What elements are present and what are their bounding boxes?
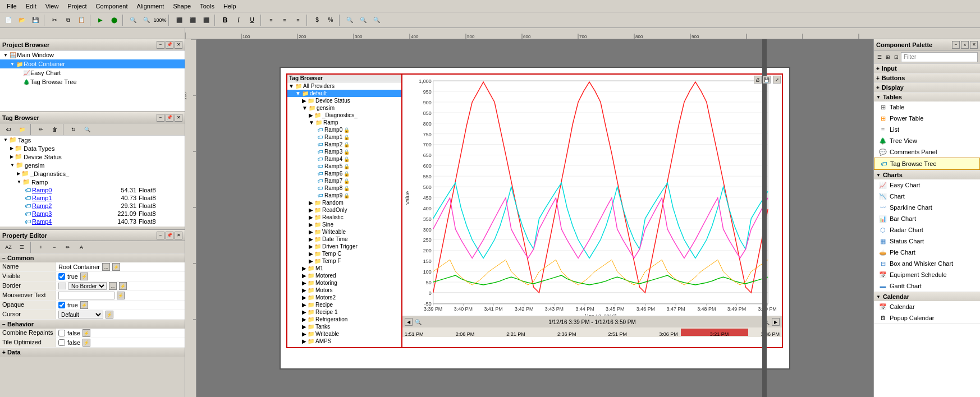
palette-item-pie-chart[interactable]: 🥧 Pie Chart — [874, 247, 980, 258]
palette-restore-btn[interactable]: − — [952, 41, 960, 49]
tbc-all-providers[interactable]: ▼ 📁 All Providers — [287, 82, 403, 90]
toolbar-text-left[interactable]: ≡ — [265, 14, 277, 26]
tbc-motored[interactable]: ▶ 📁 Motored — [287, 272, 403, 279]
pe-restore-btn[interactable]: − — [157, 232, 164, 239]
pe-close-btn[interactable]: ✕ — [175, 232, 182, 239]
tbc-ramp0[interactable]: 🏷Ramp0🔒 — [287, 126, 403, 133]
prop-border-select[interactable]: No Border — [68, 282, 107, 290]
pb-close-btn[interactable]: ✕ — [175, 41, 182, 49]
tag-row-ramp4[interactable]: 🏷 Ramp4 140.73 Float8 — [0, 218, 185, 225]
pe-font[interactable]: A — [75, 241, 88, 253]
palette-item-gantt-chart[interactable]: ▬ Gantt Chart — [874, 280, 980, 292]
chart-print-btn[interactable]: 🖨 — [754, 76, 762, 84]
tbc-gensim[interactable]: ▼ 📁 gensim — [287, 104, 403, 112]
tag-row-ramp2[interactable]: 🏷 Ramp2 29.31 Float8 — [0, 202, 185, 210]
toolbar-copy[interactable]: ⧉ — [62, 14, 74, 26]
tbc-motors2[interactable]: ▶ 📁 Motors2 — [287, 294, 403, 301]
tag-row-datatypes[interactable]: 📁 Data Types — [0, 144, 185, 153]
prop-combinerepaints-checkbox[interactable] — [58, 330, 65, 336]
chart-component[interactable]: ⤢ 🖨 💾 — [401, 73, 783, 348]
tbc-recipe1[interactable]: ▶ 📁 Recipe 1 — [287, 308, 403, 316]
tag-row-gensim[interactable]: 📁 gensim — [0, 161, 185, 169]
canvas-main[interactable]: Tag Browser ▼ 📁 All Providers ▼ 📁 defaul… — [196, 39, 873, 397]
chart-save-btn[interactable]: 💾 — [763, 76, 771, 84]
palette-item-box-whisker[interactable]: ⊟ Box and Whisker Chart — [874, 258, 980, 269]
tree-item-main-window[interactable]: 🪟 Main Window — [0, 50, 185, 59]
tbc-readonly[interactable]: ▶ 📁 ReadOnly — [287, 206, 403, 214]
tbc-refrigeration[interactable]: ▶ 📁 Refrigeration — [287, 316, 403, 323]
tb-restore-btn[interactable]: − — [157, 114, 164, 122]
palette-item-tree-view[interactable]: 🌲 Tree View — [874, 135, 980, 146]
tb-pin-btn[interactable]: 📌 — [166, 114, 173, 122]
pe-sort-name[interactable]: AZ — [2, 241, 15, 253]
pe-add[interactable]: + — [35, 241, 47, 253]
tag-browse-component[interactable]: Tag Browser ▼ 📁 All Providers ▼ 📁 defaul… — [286, 73, 404, 348]
palette-cat-buttons-header[interactable]: Buttons — [874, 73, 980, 82]
pe-edit[interactable]: ✏ — [62, 241, 74, 253]
chart-maximize-icon[interactable]: ⤢ — [773, 76, 781, 84]
tag-row-ramp1[interactable]: 🏷 Ramp1 40.73 Float8 — [0, 194, 185, 202]
menu-view[interactable]: View — [41, 2, 63, 11]
palette-item-popup-calendar[interactable]: 🗓 Popup Calendar — [874, 312, 980, 324]
palette-item-status-chart[interactable]: ▦ Status Chart — [874, 236, 980, 247]
toolbar-run[interactable]: ▶ — [94, 14, 107, 26]
palette-cat-tables-header[interactable]: Tables — [874, 93, 980, 101]
expand-main-window[interactable] — [2, 52, 9, 58]
toolbar-zoom-fit[interactable]: 100% — [154, 14, 166, 26]
tbc-ramp8[interactable]: 🏷Ramp8🔒 — [287, 184, 403, 192]
toolbar-text-right[interactable]: ≡ — [292, 14, 304, 26]
palette-item-radar-chart[interactable]: ⬡ Radar Chart — [874, 224, 980, 236]
prop-cursor-binding[interactable]: ⚡ — [106, 311, 113, 318]
tag-row-ramp0[interactable]: 🏷 Ramp0 54.31 Float8 — [0, 186, 185, 194]
tbc-driventrigger[interactable]: ▶ 📁 Driven Trigger — [287, 243, 403, 250]
palette-item-comments-panel[interactable]: 💬 Comments Panel — [874, 146, 980, 158]
toolbar-paste[interactable]: 📋 — [75, 14, 88, 26]
toolbar-save[interactable]: 💾 — [29, 14, 42, 26]
palette-item-sparkline-chart[interactable]: 〰 Sparkline Chart — [874, 202, 980, 213]
toolbar-align-right[interactable]: ⬛ — [200, 14, 212, 26]
prop-name-binding[interactable]: ⚡ — [112, 263, 120, 271]
prop-combinerepaints-binding[interactable]: ⚡ — [83, 329, 90, 337]
toolbar-dollar[interactable]: $ — [311, 14, 323, 26]
prop-opaque-binding[interactable]: ⚡ — [80, 301, 88, 309]
tbc-ramp2[interactable]: 🏷Ramp2🔒 — [287, 141, 403, 148]
palette-search-input[interactable] — [901, 52, 978, 62]
tbc-diagnostics[interactable]: ▶ 📁 _Diagnostics_ — [287, 112, 403, 119]
prop-tileoptimized-binding[interactable]: ⚡ — [83, 339, 90, 347]
palette-item-power-table[interactable]: ⊞ Power Table — [874, 113, 980, 124]
palette-item-calendar[interactable]: 📅 Calendar — [874, 301, 980, 312]
tbc-tempf[interactable]: ▶ 📁 Temp F — [287, 257, 403, 265]
menu-alignment[interactable]: Alignment — [132, 2, 168, 11]
tbc-motors[interactable]: ▶ 📁 Motors — [287, 287, 403, 294]
prop-tileoptimized-checkbox[interactable] — [58, 339, 65, 346]
tbc-tanks[interactable]: ▶ 📁 Tanks — [287, 323, 403, 330]
tbc-ramp9[interactable]: 🏷Ramp9🔒 — [287, 192, 403, 199]
palette-cat-display-header[interactable]: Display — [874, 83, 980, 92]
palette-cat-charts-header[interactable]: Charts — [874, 170, 980, 179]
toolbar-new[interactable]: 📄 — [2, 14, 15, 26]
tag-row-ramp3[interactable]: 🏷 Ramp3 221.09 Float8 — [0, 210, 185, 218]
tbc-recipe[interactable]: ▶ 📁 Recipe — [287, 301, 403, 308]
toolbar-text-center[interactable]: ≡ — [278, 14, 291, 26]
pe-delete[interactable]: − — [48, 241, 61, 253]
prop-opaque-checkbox[interactable] — [58, 302, 65, 308]
toolbar-zoom-2[interactable]: 🔍 — [357, 14, 369, 26]
toolbar-zoom-in[interactable]: 🔍 — [127, 14, 139, 26]
menu-help[interactable]: Help — [219, 2, 241, 11]
tbc-m1[interactable]: ▶ 📁 M1 — [287, 265, 403, 272]
tbc-default[interactable]: ▼ 📁 default — [287, 90, 403, 97]
prop-border-binding[interactable]: ⚡ — [119, 282, 127, 290]
toolbar-cut[interactable]: ✂ — [48, 14, 61, 26]
tag-row-ramp[interactable]: 📁 Ramp — [0, 178, 185, 186]
tbc-ramp-folder[interactable]: ▼ 📁 Ramp — [287, 119, 403, 126]
tree-item-root-container[interactable]: 📁 Root Container — [0, 59, 185, 68]
palette-item-easy-chart[interactable]: 📈 Easy Chart — [874, 179, 980, 191]
toolbar-zoom-out[interactable]: 🔍 — [140, 14, 153, 26]
palette-view-large[interactable]: ⊡ — [892, 51, 900, 63]
prop-name-edit[interactable]: ... — [102, 263, 110, 271]
toolbar-italic[interactable]: I — [232, 14, 245, 26]
tbc-ramp4[interactable]: 🏷Ramp4🔒 — [287, 155, 403, 163]
tbc-datetime[interactable]: ▶ 📁 Date Time — [287, 236, 403, 243]
palette-item-table[interactable]: ⊞ Table — [874, 101, 980, 113]
tb-search[interactable]: 🔍 — [81, 123, 93, 136]
